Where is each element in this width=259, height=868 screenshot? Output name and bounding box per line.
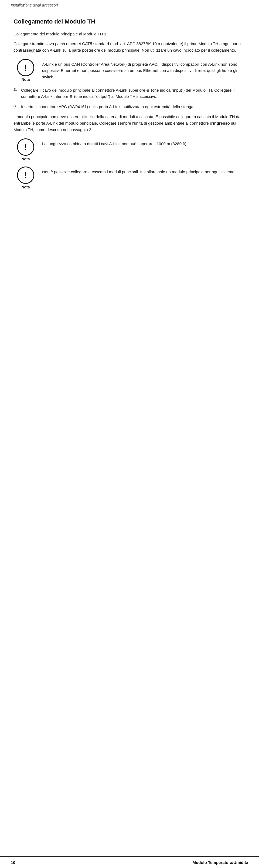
body-paragraph: Il modulo principale non deve essere all…	[13, 114, 246, 133]
page-container: Installazione degli accessori Collegamen…	[0, 0, 259, 868]
footer-bar: 10 Modulo Temperatura/Umidita	[0, 856, 259, 868]
header-text: Installazione degli accessori	[11, 3, 58, 7]
note-label-2: Nota	[21, 157, 30, 161]
footer-page-number: 10	[11, 860, 15, 865]
note-icon-1: !	[17, 59, 34, 76]
note-icon-area-1: ! Nota	[13, 59, 38, 82]
note-icon-2: !	[17, 138, 34, 156]
note-icon-area-2: ! Nota	[13, 138, 38, 161]
note-text-1: A-Link è un bus CAN (Controller Area Net…	[42, 59, 246, 80]
note-label-1: Nota	[21, 77, 30, 82]
step3-text: Inserire il connettore APC (0W04161) nel…	[21, 103, 246, 110]
footer-title: Modulo Temperatura/Umidita	[193, 860, 248, 865]
note-label-3: Nota	[21, 185, 30, 189]
step2-text: Collegare il cavo del modulo principale …	[21, 87, 246, 100]
list-item-step2: 2. Collegare il cavo del modulo principa…	[13, 87, 246, 100]
note-block-1: ! Nota A-Link è un bus CAN (Controller A…	[13, 59, 246, 82]
note-block-2: ! Nota La lunghezza combinata di tutti i…	[13, 138, 246, 161]
note-icon-area-3: ! Nota	[13, 166, 38, 189]
numbered-list: 2. Collegare il cavo del modulo principa…	[13, 87, 246, 110]
main-content: Collegamento del Modulo TH Collegamento …	[0, 10, 259, 868]
chapter-title: Collegamento del Modulo TH	[13, 18, 246, 25]
step1-paragraph: Collegare tramite cavo patch ethernet CA…	[13, 40, 246, 54]
note-icon-3: !	[17, 166, 34, 184]
section-subtitle: Collegamento del modulo principale al Mo…	[13, 32, 246, 36]
note-text-2: La lunghezza combinata di tutti i cavi A…	[42, 138, 246, 147]
note-block-3: ! Nota Non è possibile collegare a casca…	[13, 166, 246, 189]
note-text-3: Non è possibile collegare a cascata i mo…	[42, 166, 246, 175]
list-item-step3: 3. Inserire il connettore APC (0W04161) …	[13, 103, 246, 110]
header-bar: Installazione degli accessori	[0, 0, 259, 10]
step3-number: 3.	[13, 103, 20, 108]
step2-number: 2.	[13, 87, 20, 92]
